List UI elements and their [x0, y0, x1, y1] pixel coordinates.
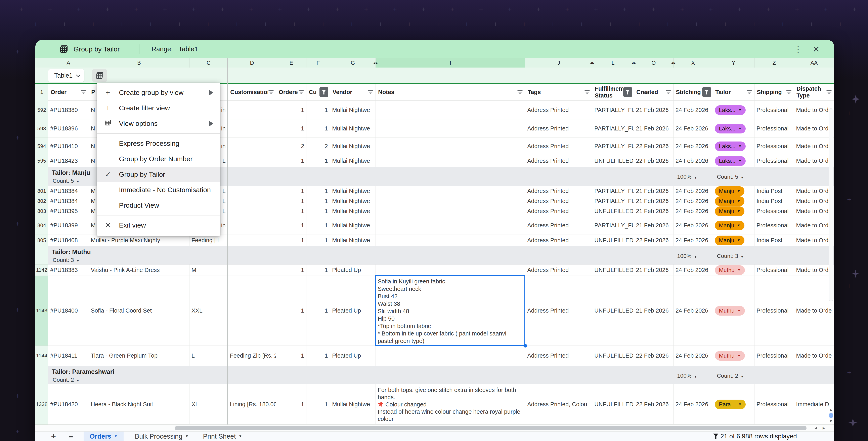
cell-order[interactable]: #PU18410	[48, 138, 89, 155]
cell-shipping[interactable]: India Post	[754, 196, 794, 206]
filter-icon[interactable]	[298, 90, 305, 94]
cell-product[interactable]: Tiara - Green Peplum Top	[89, 346, 189, 366]
cell-tags[interactable]: Address Printed	[525, 138, 592, 155]
filter-icon[interactable]	[665, 90, 672, 94]
cell-order[interactable]: #PU18384	[48, 186, 89, 196]
cell-vendor[interactable]: Mullai Nightwe	[330, 235, 376, 246]
column-letter-C[interactable]: C	[189, 58, 228, 67]
filter-icon[interactable]	[826, 90, 832, 94]
cell-customisation[interactable]	[228, 265, 276, 276]
cell-fulfillment[interactable]: PARTIALLY_FU	[592, 138, 634, 155]
column-header-Fulfillment Status[interactable]: Fulfillment Status	[592, 84, 634, 100]
cell-notes[interactable]	[376, 186, 525, 196]
filter-active-icon[interactable]	[702, 87, 711, 97]
cell-created[interactable]: 21 Feb 2026	[634, 120, 674, 138]
cell-created[interactable]: 22 Feb 2026	[634, 384, 674, 424]
cell-tags[interactable]: Address Printed	[525, 206, 592, 216]
column-letter-Y[interactable]: Y	[713, 58, 754, 67]
row-number[interactable]: 592	[35, 100, 48, 120]
cell-vendor[interactable]: Mullai Nightwe	[330, 138, 376, 155]
row-number[interactable]: 803	[35, 206, 48, 216]
cell-dispatch[interactable]: Made to Orde	[794, 100, 834, 120]
cell-created[interactable]: 21 Feb 2026	[634, 100, 674, 120]
column-header-Order[interactable]: Order	[48, 84, 89, 100]
cell-ordered[interactable]: 2	[276, 138, 306, 155]
column-letter-G[interactable]: G	[330, 58, 376, 67]
filter-icon[interactable]	[584, 90, 591, 94]
cell-fulfillment[interactable]: UNFULFILLED	[592, 206, 634, 216]
cell-dispatch[interactable]: Made to Orde	[794, 138, 834, 155]
sheet-tab-bulk-processing[interactable]: Bulk Processing ▼	[132, 432, 192, 441]
column-letter-Z[interactable]: Z	[754, 58, 794, 67]
column-letter-I[interactable]: I	[376, 58, 525, 67]
row-number[interactable]: 594	[35, 138, 48, 155]
cell-customisation[interactable]	[228, 186, 276, 196]
column-letter-AA[interactable]: AA	[794, 58, 834, 67]
cell-vendor[interactable]: Pleated Up	[330, 346, 376, 366]
cell-created[interactable]: 21 Feb 2026	[634, 276, 674, 346]
cell-ordered[interactable]: 1	[276, 265, 306, 276]
hidden-columns-marker-icon[interactable]: ◂▸	[373, 59, 378, 66]
cell-notes[interactable]: For both tops: give one stitch extra in …	[376, 384, 525, 424]
group-band-count[interactable]: Count: 3▼	[53, 257, 80, 263]
tailor-pill[interactable]: Muthu▼	[715, 351, 745, 361]
column-letter-X[interactable]: X	[674, 58, 713, 67]
range-tab-table1[interactable]: Table1	[48, 69, 84, 82]
cell-customisation[interactable]: Feeding Zip [Rs. 200.00]	[228, 346, 276, 366]
row-number[interactable]: 593	[35, 120, 48, 138]
all-sheets-icon[interactable]: ≡	[68, 432, 73, 440]
cell-stitching[interactable]: 24 Feb 2026	[674, 265, 713, 276]
row-number[interactable]: 805	[35, 235, 48, 246]
column-header-Tags[interactable]: Tags	[525, 84, 592, 100]
cell-tags[interactable]: Address Printed	[525, 346, 592, 366]
cell-shipping[interactable]: India Post	[754, 186, 794, 196]
column-letter-O[interactable]: O	[634, 58, 674, 67]
column-letter-E[interactable]: E	[276, 58, 306, 67]
cell-shipping[interactable]: Professional	[754, 276, 794, 346]
cell-dispatch[interactable]: Made to Orde	[794, 265, 834, 276]
more-options-icon[interactable]: ⋮	[792, 44, 804, 54]
tailor-pill[interactable]: Laks...▼	[715, 142, 746, 151]
view-options-button[interactable]	[92, 69, 107, 82]
cell-customisation[interactable]	[228, 216, 276, 235]
cell-fulfillment[interactable]: PARTIALLY_FU	[592, 100, 634, 120]
cell-dispatch[interactable]: Made to Orde	[794, 276, 834, 346]
cell-tags[interactable]: Address Printed	[525, 100, 592, 120]
cell-tags[interactable]: Address Printed	[525, 235, 592, 246]
row-number[interactable]: 1338	[35, 384, 48, 424]
filter-active-icon[interactable]	[623, 87, 632, 97]
row-number[interactable]: 804	[35, 216, 48, 235]
tailor-pill[interactable]: Laks...▼	[715, 156, 746, 166]
column-header-Shipping[interactable]: Shipping	[754, 84, 794, 100]
cell-vendor[interactable]: Pleated Up	[330, 265, 376, 276]
cell-product[interactable]: Mullai - Purple Maxi Nighty	[89, 235, 189, 246]
cell-qty[interactable]: 1	[306, 235, 330, 246]
cell-qty[interactable]: 1	[306, 216, 330, 235]
cell-order[interactable]: #PU18380	[48, 100, 89, 120]
cell-vendor[interactable]: Mullai Nightwe	[330, 186, 376, 196]
cell-ordered[interactable]: 1	[276, 120, 306, 138]
group-right-count[interactable]: Count: 2▼	[717, 373, 744, 379]
scroll-down-arrow-icon[interactable]: ▼	[828, 418, 833, 424]
selection-fill-handle[interactable]	[523, 344, 527, 348]
cell-qty[interactable]: 1	[306, 155, 330, 167]
cell-tailor[interactable]: Muthu▼	[713, 276, 754, 346]
menu-item-create-group-by-view[interactable]: +Create group by view	[97, 85, 220, 100]
cell-notes[interactable]	[376, 155, 525, 167]
cell-stitching[interactable]: 24 Feb 2026	[674, 346, 713, 366]
cell-order[interactable]: #PU18399	[48, 216, 89, 235]
cell-qty[interactable]: 1	[306, 265, 330, 276]
cell-shipping[interactable]: Professional	[754, 216, 794, 235]
menu-item-group-by-tailor[interactable]: ✓Group by Tailor	[97, 167, 220, 182]
cell-vendor[interactable]: Mullai Nightwe	[330, 100, 376, 120]
cell-ordered[interactable]: 1	[276, 186, 306, 196]
cell-notes[interactable]	[376, 265, 525, 276]
cell-fulfillment[interactable]: PARTIALLY_FU	[592, 196, 634, 206]
cell-tags[interactable]: Address Printed	[525, 265, 592, 276]
cell-dispatch[interactable]: Made to Orde	[794, 120, 834, 138]
cell-tailor[interactable]: Manju▼	[713, 216, 754, 235]
filter-icon[interactable]	[785, 90, 792, 94]
group-percent[interactable]: 100%▼	[677, 373, 697, 379]
cell-qty[interactable]: 1	[306, 206, 330, 216]
sheet-tab-print-sheet[interactable]: Print Sheet ▼	[200, 432, 245, 441]
